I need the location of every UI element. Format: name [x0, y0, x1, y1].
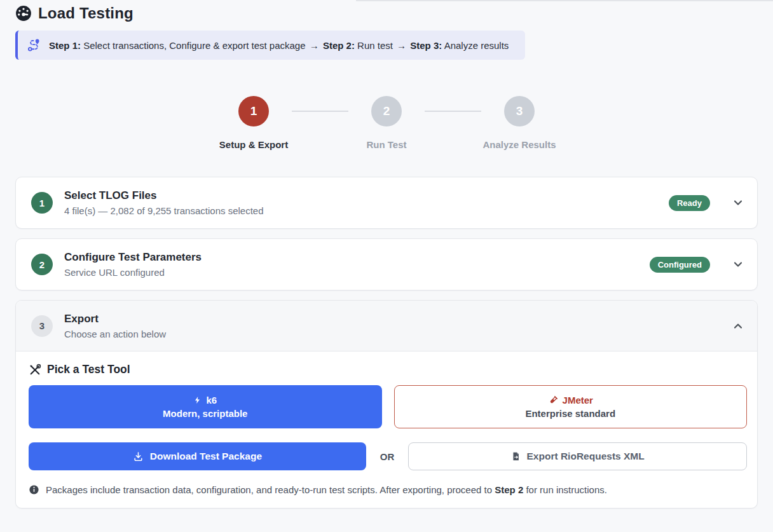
section-1-number: 1: [31, 192, 53, 214]
or-separator: OR: [376, 451, 399, 462]
export-button-label: Export RioRequests XML: [527, 451, 645, 462]
download-test-package-button[interactable]: Download Test Package: [29, 442, 366, 470]
screwdriver-wrench-icon: [29, 364, 41, 376]
step-circle-1: 1: [238, 96, 269, 126]
top-divider: [356, 0, 773, 1]
stepper-step-run-test[interactable]: 2 Run Test: [348, 96, 425, 150]
chevron-down-icon: [732, 196, 744, 209]
banner-step1-label: Step 1:: [49, 40, 81, 51]
section-export: 3 Export Choose an action below: [15, 300, 758, 508]
bolt-icon: [193, 395, 202, 405]
gauge-icon: [15, 5, 32, 22]
page-header: Load Testing: [15, 4, 773, 23]
banner-step3-text: Analyze results: [442, 40, 509, 51]
banner-arrow-1: →: [310, 40, 319, 51]
section-2-title: Configure Test Parameters: [64, 251, 638, 264]
step-label-2: Run Test: [366, 139, 406, 150]
note-text: Packages include transaction data, confi…: [46, 484, 607, 495]
note-suffix: for run instructions.: [523, 484, 607, 495]
section-3-text: Export Choose an action below: [64, 313, 720, 339]
banner-step2-text: Run test: [355, 40, 395, 51]
accordion-sections: 1 Select TLOG Files 4 file(s) — 2,082 of…: [15, 177, 758, 508]
pick-test-tool-heading: Pick a Test Tool: [29, 363, 747, 376]
section-3-number: 3: [31, 315, 53, 337]
note-prefix: Packages include transaction data, confi…: [46, 484, 495, 495]
section-2-subtitle: Service URL configured: [64, 267, 638, 278]
banner-step3-label: Step 3:: [410, 40, 442, 51]
vial-icon: [548, 395, 558, 406]
step-label-1: Setup & Export: [219, 139, 288, 150]
packages-info-note: Packages include transaction data, confi…: [29, 484, 747, 495]
section-3-title: Export: [64, 313, 720, 325]
file-export-icon: [511, 451, 521, 461]
page-title: Load Testing: [38, 4, 133, 22]
banner-step2-label: Step 2:: [323, 40, 355, 51]
stepper-connector: [425, 111, 481, 112]
section-2-text: Configure Test Parameters Service URL co…: [64, 251, 638, 278]
note-bold: Step 2: [495, 484, 523, 495]
section-select-tlog-files: 1 Select TLOG Files 4 file(s) — 2,082 of…: [15, 177, 758, 229]
status-badge-configured: Configured: [650, 257, 710, 273]
tool-k6-description: Modern, scriptable: [163, 408, 247, 419]
download-button-label: Download Test Package: [150, 451, 262, 462]
download-icon: [133, 451, 144, 462]
section-configure-test-parameters: 2 Configure Test Parameters Service URL …: [15, 238, 758, 290]
section-3-header[interactable]: 3 Export Choose an action below: [16, 301, 757, 351]
tool-k6-name: k6: [206, 395, 217, 406]
step-label-3: Analyze Results: [482, 139, 556, 150]
banner-arrow-2: →: [397, 40, 406, 51]
progress-stepper: 1 Setup & Export 2 Run Test 3 Analyze Re…: [0, 96, 773, 150]
info-circle-icon: [29, 484, 39, 495]
export-actions: Download Test Package OR Export RioReque…: [29, 442, 747, 470]
banner-text: Step 1: Select transactions, Configure &…: [49, 40, 509, 51]
chevron-up-icon: [732, 320, 744, 332]
section-3-subtitle: Choose an action below: [64, 329, 720, 339]
steps-info-banner: Step 1: Select transactions, Configure &…: [15, 31, 525, 60]
tool-jmeter-description: Enterprise standard: [525, 408, 615, 419]
tool-button-k6[interactable]: k6 Modern, scriptable: [29, 385, 382, 428]
banner-step1-text: Select transactions, Configure & export …: [81, 40, 308, 51]
tool-jmeter-name-row: JMeter: [548, 395, 593, 406]
section-1-header[interactable]: 1 Select TLOG Files 4 file(s) — 2,082 of…: [16, 177, 757, 228]
step-circle-3: 3: [504, 96, 535, 126]
export-riorequests-xml-button[interactable]: Export RioRequests XML: [408, 442, 747, 470]
section-1-text: Select TLOG Files 4 file(s) — 2,082 of 9…: [64, 189, 657, 216]
step-circle-2: 2: [371, 96, 402, 126]
section-1-title: Select TLOG Files: [64, 189, 657, 202]
stepper-step-setup-export[interactable]: 1 Setup & Export: [215, 96, 292, 150]
stepper-connector: [292, 111, 348, 112]
route-icon: [27, 38, 41, 52]
tool-button-jmeter[interactable]: JMeter Enterprise standard: [394, 385, 748, 428]
section-2-number: 2: [31, 254, 53, 275]
stepper-step-analyze-results[interactable]: 3 Analyze Results: [481, 96, 558, 150]
section-2-header[interactable]: 2 Configure Test Parameters Service URL …: [16, 239, 757, 290]
export-panel: Pick a Test Tool k6 Modern, scriptable: [16, 351, 757, 508]
status-badge-ready: Ready: [669, 195, 710, 211]
pick-test-tool-label: Pick a Test Tool: [47, 363, 130, 376]
tool-selector: k6 Modern, scriptable: [29, 385, 747, 428]
tool-k6-name-row: k6: [193, 395, 217, 406]
tool-jmeter-name: JMeter: [563, 395, 593, 406]
section-1-subtitle: 4 file(s) — 2,082 of 9,255 transactions …: [64, 205, 657, 216]
chevron-down-icon: [732, 258, 744, 271]
